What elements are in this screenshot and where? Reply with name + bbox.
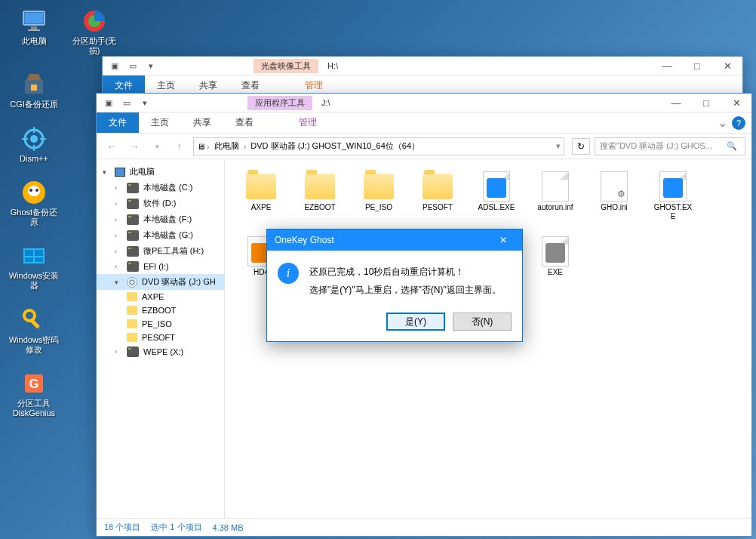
svg-rect-25 [29,319,39,328]
ribbon-tab-manage[interactable]: 管理 [287,112,329,133]
breadcrumb-item[interactable]: DVD 驱动器 (J:) GHOST_WIN10_64位（64） [247,140,423,152]
status-count: 18 个项目 [104,522,140,533]
collapse-icon[interactable]: ▾ [103,168,110,176]
search-input[interactable]: 搜索"DVD 驱动器 (J:) GHOS... 🔍 [595,137,745,156]
desktop-icon-label: Ghost备份还原 [8,208,60,227]
breadcrumb-item[interactable]: 此电脑 [211,140,242,152]
qat-icon[interactable]: ▭ [119,95,134,110]
dialog-no-button[interactable]: 否(N) [453,313,512,331]
tree-folder-ezboot[interactable]: EZBOOT [97,303,224,317]
tree-folder-axpe[interactable]: AXPE [97,290,224,303]
svg-rect-23 [35,257,43,262]
folder-icon [127,319,137,328]
svg-rect-22 [25,257,33,262]
file-item[interactable]: PESOFT [415,168,460,224]
close-button[interactable]: ✕ [721,94,751,112]
file-item[interactable]: EZBOOT [297,168,343,224]
file-item[interactable]: EXE [533,233,578,300]
help-icon[interactable]: ? [732,116,745,130]
exe-icon [539,236,572,266]
file-label: EXE [548,268,563,277]
dialog-close-button[interactable]: ✕ [492,235,515,245]
desktop-icon-label: Windows安装器 [8,271,60,291]
desktop-icon-cgi[interactable]: CGI备份还原 [8,71,60,109]
desktop-icon-this-pc[interactable]: 此电脑 [8,8,60,56]
ribbon-tab-view[interactable]: 查看 [223,112,266,133]
maximize-button[interactable]: □ [691,94,721,112]
breadcrumb[interactable]: 🖥 › 此电脑 › DVD 驱动器 (J:) GHOST_WIN10_64位（6… [193,137,564,156]
file-icon [539,171,572,202]
drive-icon [127,346,139,357]
desktop-icon-winpass[interactable]: Windows密码修改 [8,306,60,355]
title-bar: ▣ ▭ ▾ 光盘映像工具 H:\ — □ ✕ [103,57,742,75]
tree-folder-pesoft[interactable]: PESOFT [97,331,224,344]
status-size: 4.38 MB [213,523,244,532]
desktop-icon-diskgenius[interactable]: G 分区工具DiskGenius [8,370,60,418]
nav-back-icon[interactable]: ← [103,137,121,156]
close-button[interactable]: ✕ [712,57,742,75]
desktop-icon-partition[interactable]: 分区助手(无损) [68,8,121,56]
ribbon-tab-file[interactable]: 文件 [97,112,139,133]
drive-icon [127,199,139,209]
tree-drive-g[interactable]: ›本地磁盘 (G:) [97,227,224,243]
breadcrumb-dropdown-icon[interactable]: ▾ [556,141,561,151]
tree-folder-peiso[interactable]: PE_ISO [97,317,224,331]
ribbon-expand-icon[interactable]: ⌄ [718,116,727,130]
desktop-icon-wininstall[interactable]: Windows安装器 [8,242,60,291]
pc-icon [115,168,125,177]
file-item[interactable]: ADSL.EXE [474,168,519,224]
minimize-button[interactable]: — [661,94,691,112]
qat-dropdown[interactable]: ▾ [137,95,152,110]
file-item[interactable]: GHOST.EXE [650,168,696,224]
tree-drive-d[interactable]: ›软件 (D:) [97,196,224,211]
tree-label: PESOFT [142,333,175,342]
folder-icon [127,292,137,301]
nav-forward-icon[interactable]: → [125,137,143,156]
tree-drive-x[interactable]: ›WEPE (X:) [97,344,224,359]
ribbon-tab-home[interactable]: 主页 [139,112,181,133]
ini-icon [598,171,631,202]
refresh-button[interactable]: ↻ [572,138,590,155]
contextual-tab[interactable]: 光盘映像工具 [254,59,318,73]
dialog-yes-button[interactable]: 是(Y) [386,313,445,331]
desktop-icon-ghost[interactable]: Ghost备份还原 [8,179,60,227]
desktop-icon-dism[interactable]: Dism++ [8,125,60,164]
file-item[interactable]: GHO.ini [592,168,637,224]
folder-icon [127,333,137,342]
file-item[interactable]: autorun.inf [533,168,578,224]
dialog-title-bar[interactable]: OneKey Ghost ✕ [267,229,522,251]
qat-dropdown[interactable]: ▾ [143,58,158,73]
folder-icon [421,171,454,202]
dvd-icon [127,277,137,288]
desktop-icon-label: CGI备份还原 [10,100,58,109]
folder-icon [303,171,337,202]
qat-icon[interactable]: ▣ [107,58,122,73]
maximize-button[interactable]: □ [682,57,712,75]
desktop-icon-label: 分区助手(无损) [68,36,121,56]
svg-text:G: G [29,377,38,390]
file-item[interactable]: PE_ISO [356,168,401,224]
file-label: EZBOOT [304,203,335,212]
ribbon-tab-share[interactable]: 共享 [181,112,223,133]
tree-drive-c[interactable]: ›本地磁盘 (C:) [97,180,224,196]
tree-this-pc[interactable]: ▾ 此电脑 [97,164,224,180]
contextual-tab[interactable]: 应用程序工具 [247,96,312,110]
drive-icon [127,246,139,257]
nav-bar: ← → ▾ ↑ 🖥 › 此电脑 › DVD 驱动器 (J:) GHOST_WIN… [97,134,751,159]
file-label: GHOST.EXE [652,203,694,221]
tree-dvd-j[interactable]: ▾DVD 驱动器 (J:) GH [97,274,224,290]
tree-label: PE_ISO [142,319,172,328]
tree-drive-f[interactable]: ›本地磁盘 (F:) [97,211,224,227]
tree-drive-i[interactable]: ›EFI (I:) [97,259,224,274]
nav-up-icon[interactable]: ↑ [171,137,189,156]
svg-rect-8 [31,85,37,91]
drive-icon [127,183,139,193]
expand-icon[interactable]: ▾ [115,279,122,286]
qat-icon[interactable]: ▣ [101,95,116,110]
file-item[interactable]: AXPE [238,168,284,224]
qat-icon[interactable]: ▭ [125,58,140,73]
status-bar: 18 个项目 选中 1 个项目 4.38 MB [97,518,751,536]
nav-history-icon[interactable]: ▾ [148,137,166,156]
tree-drive-h[interactable]: ›微PE工具箱 (H:) [97,243,224,259]
minimize-button[interactable]: — [652,57,682,75]
